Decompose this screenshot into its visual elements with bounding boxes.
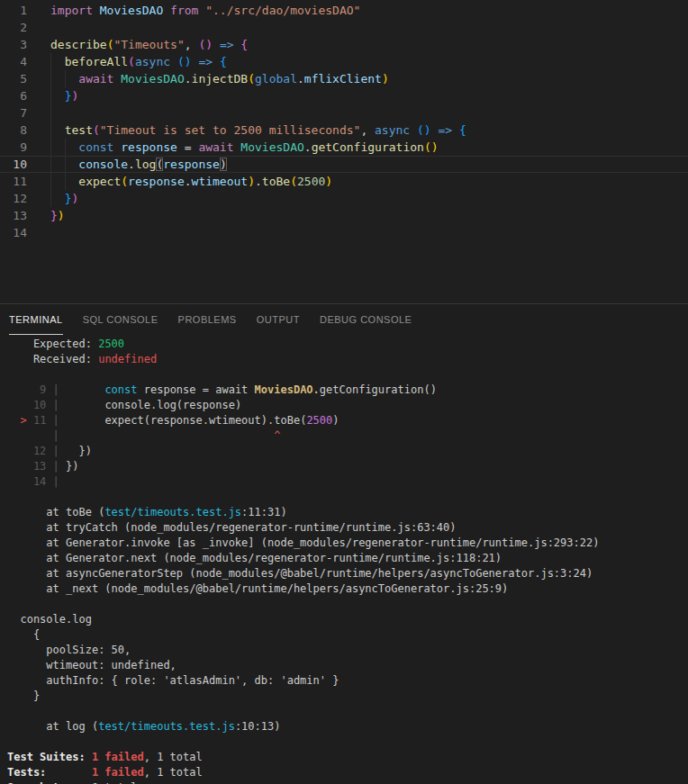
terminal-line: > 11 | expect(response.wtimeout).toBe(25…	[7, 413, 688, 428]
line-number[interactable]: 6	[0, 87, 27, 104]
code-line-8[interactable]: 8 test("Timeout is set to 2500 milliseco…	[0, 122, 688, 139]
code-line-14[interactable]: 14	[0, 224, 688, 241]
terminal-line: at Generator.invoke [as _invoke] (node_m…	[7, 536, 688, 551]
terminal-panel: TERMINALSQL CONSOLEPROBLEMSOUTPUTDEBUG C…	[0, 303, 688, 784]
code-line-9[interactable]: 9 const response = await MoviesDAO.getCo…	[0, 139, 688, 156]
terminal-line: at Generator.next (node_modules/regenera…	[7, 551, 688, 566]
code-text: })	[50, 207, 65, 224]
tab-problems[interactable]: PROBLEMS	[178, 304, 237, 335]
terminal-line: Snapshots: 0 total	[7, 780, 688, 784]
terminal-line: 14 |	[7, 474, 688, 490]
terminal-line: 9 | const response = await MoviesDAO.get…	[7, 383, 688, 398]
terminal-line: Tests: 1 failed, 1 total	[7, 765, 688, 780]
code-line-11[interactable]: 11 expect(response.wtimeout).toBe(2500)	[0, 173, 688, 190]
terminal-line: at tryCatch (node_modules/regenerator-ru…	[7, 520, 688, 536]
line-number[interactable]: 5	[0, 70, 27, 87]
code-line-1[interactable]: 1import MoviesDAO from "../src/dao/movie…	[0, 2, 688, 19]
terminal-line: Received: undefined	[7, 352, 688, 367]
code-text: })	[50, 190, 78, 207]
terminal-line	[7, 597, 688, 612]
line-number[interactable]: 13	[0, 207, 27, 224]
terminal-line: at asyncGeneratorStep (node_modules/@bab…	[7, 566, 688, 581]
line-number[interactable]: 1	[0, 2, 27, 19]
tab-terminal[interactable]: TERMINAL	[9, 304, 63, 335]
code-text: expect(response.wtimeout).toBe(2500)	[50, 173, 332, 190]
code-text: console.log(response)	[50, 156, 227, 173]
panel-tab-bar: TERMINALSQL CONSOLEPROBLEMSOUTPUTDEBUG C…	[0, 304, 688, 335]
tab-sql-console[interactable]: SQL CONSOLE	[83, 304, 158, 335]
code-lines[interactable]: 1import MoviesDAO from "../src/dao/movie…	[0, 2, 688, 241]
terminal-line: poolSize: 50,	[7, 643, 688, 658]
terminal-output[interactable]: Expected: 2500 Received: undefined 9 | c…	[0, 335, 688, 784]
code-text: describe("Timeouts", () => {	[50, 36, 248, 53]
code-text: })	[50, 87, 78, 104]
code-line-6[interactable]: 6 })	[0, 87, 688, 104]
tab-debug-console[interactable]: DEBUG CONSOLE	[320, 304, 412, 335]
terminal-line: console.log	[7, 612, 688, 627]
line-number[interactable]: 2	[0, 19, 27, 36]
terminal-line: wtimeout: undefined,	[7, 658, 688, 673]
line-number[interactable]: 10	[0, 156, 27, 173]
line-number[interactable]: 11	[0, 173, 27, 190]
terminal-line: 13 | })	[7, 459, 688, 474]
terminal-line: at toBe (test/timeouts.test.js:11:31)	[7, 505, 688, 520]
terminal-line: {	[7, 627, 688, 643]
tab-output[interactable]: OUTPUT	[257, 304, 300, 335]
code-editor[interactable]: 1import MoviesDAO from "../src/dao/movie…	[0, 0, 688, 303]
terminal-line: authInfo: { role: 'atlasAdmin', db: 'adm…	[7, 673, 688, 689]
code-line-5[interactable]: 5 await MoviesDAO.injectDB(global.mflixC…	[0, 70, 688, 87]
line-number[interactable]: 3	[0, 36, 27, 53]
line-number[interactable]: 8	[0, 122, 27, 139]
terminal-line: at log (test/timeouts.test.js:10:13)	[7, 719, 688, 734]
code-line-7[interactable]: 7	[0, 104, 688, 122]
terminal-line: Test Suites: 1 failed, 1 total	[7, 750, 688, 765]
code-text: import MoviesDAO from "../src/dao/movies…	[50, 2, 360, 19]
terminal-line	[7, 367, 688, 383]
file-link[interactable]: test/timeouts.test.js	[98, 720, 235, 733]
terminal-line: at _next (node_modules/@babel/runtime/he…	[7, 581, 688, 597]
code-line-3[interactable]: 3describe("Timeouts", () => {	[0, 36, 688, 53]
code-text: await MoviesDAO.injectDB(global.mflixCli…	[50, 70, 389, 87]
terminal-line	[7, 734, 688, 750]
line-number[interactable]: 14	[0, 224, 27, 241]
code-text: test("Timeout is set to 2500 millisecond…	[50, 122, 466, 139]
line-number[interactable]: 7	[0, 104, 27, 122]
code-line-4[interactable]: 4 beforeAll(async () => {	[0, 53, 688, 70]
code-text: beforeAll(async () => {	[50, 53, 227, 70]
line-number[interactable]: 12	[0, 190, 27, 207]
terminal-line	[7, 490, 688, 505]
terminal-line	[7, 704, 688, 719]
code-line-10[interactable]: 10 console.log(response)	[0, 156, 688, 173]
terminal-line: | ^	[7, 428, 688, 444]
terminal-line: 10 | console.log(response)	[7, 398, 688, 413]
file-link[interactable]: test/timeouts.test.js	[104, 506, 241, 518]
code-text: const response = await MoviesDAO.getConf…	[50, 139, 439, 156]
line-number[interactable]: 9	[0, 139, 27, 156]
code-line-12[interactable]: 12 })	[0, 190, 688, 207]
code-line-13[interactable]: 13})	[0, 207, 688, 224]
terminal-line: Expected: 2500	[7, 337, 688, 352]
code-line-2[interactable]: 2	[0, 19, 688, 36]
terminal-line: 12 | })	[7, 444, 688, 459]
line-number[interactable]: 4	[0, 53, 27, 70]
terminal-line: }	[7, 689, 688, 704]
